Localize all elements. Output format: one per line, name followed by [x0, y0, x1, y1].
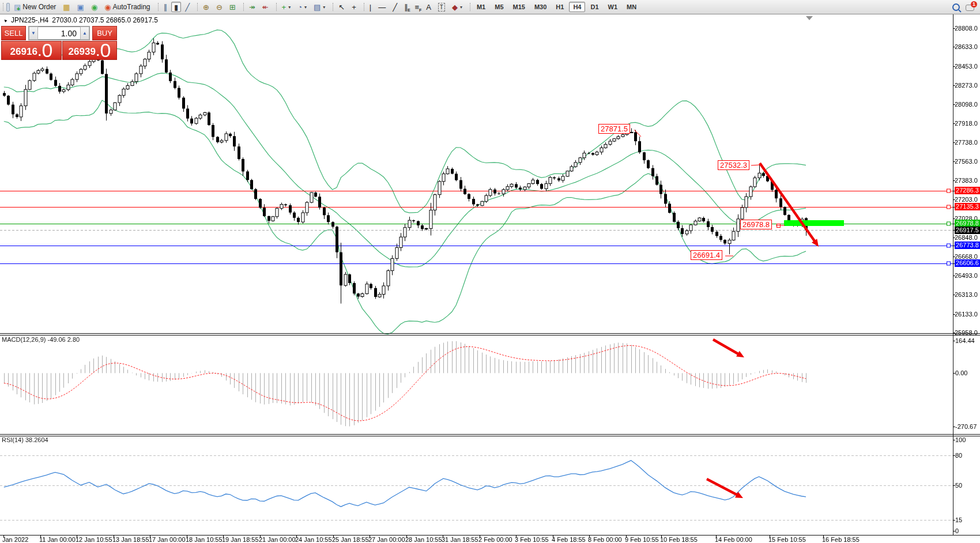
time-axis-label: 19 Jan 18:55	[222, 536, 259, 543]
price-annotation[interactable]: 27871.5	[598, 124, 630, 134]
price-badge: 26917.5	[955, 227, 980, 234]
text-label-icon[interactable]: T	[435, 2, 448, 12]
horizontal-line-icon[interactable]: —	[375, 2, 389, 12]
timeframe-m15-label: M15	[513, 3, 525, 10]
candlestick-chart-icon[interactable]: ▮	[171, 2, 181, 12]
rsi-axis-label: 80	[955, 452, 962, 459]
data-window-icon: ▣	[77, 3, 84, 11]
template-icon: ▤	[314, 3, 321, 11]
crosshair-icon[interactable]: +	[349, 2, 359, 12]
price-axis-label: 27383.0	[955, 177, 979, 184]
timeframe-m1-label: M1	[477, 3, 485, 10]
trendline-icon: ╱	[393, 3, 397, 11]
timeframe-m1[interactable]: M1	[473, 2, 489, 12]
volume-decrease-button[interactable]: ▼	[29, 27, 38, 40]
tile-windows-icon: ⊞	[229, 3, 236, 11]
data-window-icon[interactable]: ▣	[74, 2, 87, 12]
new-chart-icon-dropdown[interactable]: ▾	[288, 5, 291, 10]
time-axis-label: 4 Feb 18:55	[552, 536, 586, 543]
bar-chart-icon: ∥	[164, 3, 168, 11]
buy-price-point: .	[96, 45, 100, 59]
sell-price[interactable]: 26916 . 0	[1, 41, 62, 60]
auto-scroll-icon[interactable]: ↠	[246, 2, 258, 12]
new-chart-icon[interactable]: +▾	[279, 2, 294, 12]
time-axis-label: 14 Feb 00:00	[715, 536, 752, 543]
autotrading-button: ◉	[104, 3, 111, 11]
time-axis-label: Jan 2022	[2, 536, 28, 543]
timeframe-m5[interactable]: M5	[491, 2, 507, 12]
price-annotation[interactable]: 26978.8	[740, 220, 772, 229]
navigator-icon[interactable]: ◉	[88, 2, 100, 12]
trendline-icon[interactable]: ╱	[390, 2, 400, 12]
timeframe-d1[interactable]: D1	[586, 2, 602, 12]
chat-icon[interactable]: 1	[966, 3, 974, 10]
macd-axis-label: -270.67	[955, 423, 977, 430]
price-badge: 26773.8	[955, 242, 980, 249]
zoom-out-icon: ⊖	[216, 3, 223, 11]
volume-input[interactable]: 1.00	[38, 27, 80, 40]
clipped-icon[interactable]	[6, 3, 10, 12]
timeframe-h4[interactable]: H4	[569, 2, 585, 12]
template-icon[interactable]: ▤▾	[311, 2, 328, 12]
cursor-icon[interactable]: ↖	[336, 2, 348, 12]
horizontal-line-icon: —	[378, 3, 386, 11]
sell-button[interactable]: SELL	[1, 26, 26, 40]
price-axis-label: 27738.0	[955, 139, 979, 146]
autotrading-button[interactable]: ◉AutoTrading	[101, 2, 153, 12]
price-badge: 26606.6	[955, 259, 980, 267]
vertical-line-icon[interactable]: |	[367, 2, 374, 12]
timeframe-m30[interactable]: M30	[530, 2, 551, 12]
template-icon-dropdown[interactable]: ▾	[323, 5, 325, 10]
timeframe-h4-label: H4	[573, 3, 581, 10]
time-axis-label: 2 Feb 00:00	[478, 536, 512, 543]
arrows-tool-icon: ◆	[452, 3, 458, 11]
timeframe-m30-label: M30	[534, 3, 546, 10]
timeframe-w1[interactable]: W1	[604, 2, 622, 12]
price-axis-label: 28808.0	[955, 25, 979, 32]
time-axis-label: 25 Jan 18:55	[332, 536, 369, 543]
fibonacci-icon[interactable]: ≡F	[412, 2, 423, 12]
timeframe-m15[interactable]: M15	[509, 2, 529, 12]
sell-price-dec: 0	[42, 42, 52, 59]
equidistant-channel-icon[interactable]: ∥E	[401, 2, 411, 12]
price-axis-label: 26848.0	[955, 234, 979, 241]
timeframe-h1[interactable]: H1	[552, 2, 568, 12]
period-icon[interactable]: ◔▾	[295, 2, 310, 12]
zoom-in-icon: ⊕	[203, 3, 209, 11]
chart-shift-icon[interactable]: ↞	[259, 2, 272, 12]
buy-button[interactable]: BUY	[92, 26, 117, 40]
vertical-line-icon: |	[370, 3, 371, 11]
price-badge: 27286.3	[955, 187, 980, 194]
time-axis-label: 24 Jan 10:55	[295, 536, 332, 543]
time-axis-label: 10 Feb 18:55	[660, 536, 698, 543]
text-icon[interactable]: A	[423, 2, 434, 12]
auto-scroll-icon: ↠	[249, 3, 255, 11]
price-axis-label: 28273.0	[955, 82, 979, 89]
fibonacci-icon-sub: F	[419, 8, 421, 12]
new-chart-icon: +	[282, 3, 287, 11]
buy-price[interactable]: 26939 . 0	[62, 41, 117, 60]
market-watch-icon[interactable]: ▦	[60, 2, 73, 12]
time-axis-label: 17 Jan 00:00	[149, 536, 186, 543]
price-annotation[interactable]: 26691.4	[691, 250, 722, 260]
period-icon-dropdown[interactable]: ▾	[304, 5, 307, 10]
timeframe-mn[interactable]: MN	[623, 2, 640, 12]
zoom-out-icon[interactable]: ⊖	[213, 2, 225, 12]
bar-chart-icon[interactable]: ∥	[161, 2, 171, 12]
price-axis-label: 26313.0	[955, 291, 979, 298]
arrows-tool-icon-dropdown[interactable]: ▾	[460, 5, 462, 10]
equidistant-channel-icon-sub: E	[408, 8, 410, 12]
price-annotation[interactable]: 27532.3	[718, 160, 749, 170]
zoom-in-icon[interactable]: ⊕	[200, 2, 212, 12]
tile-windows-icon[interactable]: ⊞	[227, 2, 239, 12]
arrows-tool-icon[interactable]: ◆▾	[449, 2, 465, 12]
time-axis-label: 9 Feb 10:55	[625, 536, 659, 543]
volume-increase-button[interactable]: ▲	[80, 27, 89, 40]
rsi-indicator-label: RSI(14) 38.2604	[2, 436, 48, 443]
one-click-trading-panel: SELL ▼ 1.00 ▲ BUY 26916 . 0 26939 . 0	[1, 26, 117, 60]
timeframe-m5-label: M5	[495, 3, 503, 10]
line-chart-icon[interactable]: ╱	[182, 2, 193, 12]
new-order-button[interactable]: ▤+New Order	[11, 2, 59, 12]
search-icon[interactable]	[952, 3, 960, 11]
plus-badge: +	[17, 6, 20, 12]
